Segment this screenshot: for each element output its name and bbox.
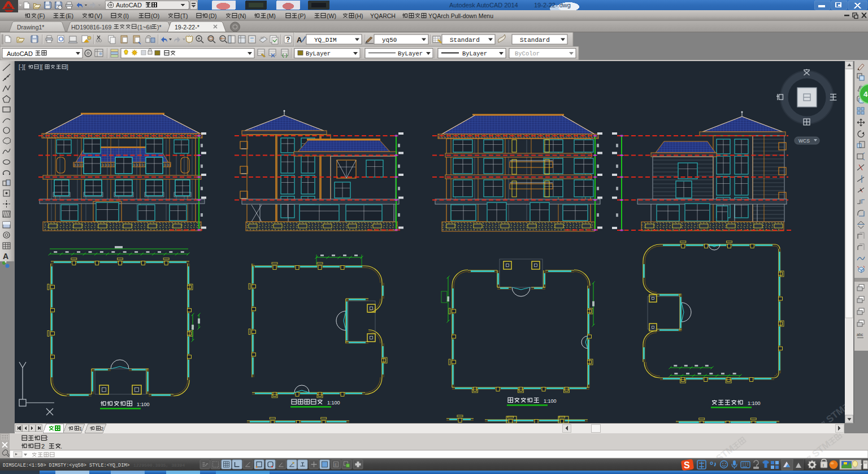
svg-text:2: 2: [41, 443, 45, 450]
svg-text:AutoCAD: AutoCAD: [7, 50, 33, 57]
svg-text:(P): (P): [298, 12, 306, 19]
svg-text:ByLayer: ByLayer: [306, 50, 331, 57]
svg-text:1: 1: [79, 425, 82, 432]
svg-text:yq50: yq50: [382, 37, 397, 44]
svg-text:YQARCH: YQARCH: [370, 12, 396, 19]
svg-text:ByLayer: ByLayer: [462, 50, 487, 57]
svg-text:A: A: [3, 252, 8, 261]
svg-text:1:100: 1:100: [327, 400, 340, 406]
svg-text:Autodesk AutoCAD 2014: Autodesk AutoCAD 2014: [449, 2, 518, 8]
svg-text:(D): (D): [209, 12, 217, 19]
svg-text:Standard: Standard: [520, 37, 550, 44]
svg-text:ByLayer: ByLayer: [398, 50, 423, 57]
svg-text:1:100: 1:100: [544, 398, 557, 404]
svg-text:YQArch Pull-down Menu: YQArch Pull-down Menu: [428, 12, 493, 19]
svg-text:A: A: [297, 36, 302, 44]
svg-text:][: ][: [40, 64, 43, 70]
svg-text:DIMSCALE:<1:50> DIMSTY:<yq50>: DIMSCALE:<1:50> DIMSTY:<yq50> STYLE:<YQ_…: [3, 463, 129, 468]
svg-text:(I): (I): [123, 12, 129, 19]
svg-text:)*: )*: [157, 24, 162, 31]
svg-text:(W): (W): [327, 12, 336, 19]
svg-text:?: ?: [286, 36, 290, 44]
svg-text:HD190816-169: HD190816-169: [71, 24, 111, 31]
svg-text:STM: STM: [714, 443, 736, 458]
svg-text:19-2-22-.dwg: 19-2-22-.dwg: [534, 2, 571, 8]
svg-text:(F): (F): [37, 12, 45, 19]
svg-text:(N): (N): [238, 12, 246, 19]
svg-text:(E): (E): [66, 12, 73, 19]
svg-text:E: E: [335, 463, 337, 467]
svg-text:46: 46: [863, 90, 868, 98]
svg-text:i: i: [823, 463, 824, 468]
svg-text:1:100: 1:100: [137, 402, 150, 407]
svg-text:]: ]: [67, 64, 68, 70]
svg-text:.: .: [60, 443, 62, 450]
svg-text:Drawing1*: Drawing1*: [17, 24, 44, 31]
svg-text:YQ_DIM: YQ_DIM: [314, 37, 337, 44]
svg-text:(H): (H): [355, 12, 363, 19]
svg-text:WCS: WCS: [798, 138, 810, 144]
svg-text:(M): (M): [267, 12, 276, 19]
svg-text:(T): (T): [180, 12, 188, 19]
svg-text:1:100: 1:100: [748, 400, 761, 406]
svg-text:STM: STM: [810, 438, 832, 458]
svg-text:1229500.3935, 38394: 1229500.3935, 38394: [133, 463, 185, 468]
svg-text:S: S: [684, 460, 690, 470]
svg-text:AutoCAD: AutoCAD: [116, 2, 142, 8]
svg-text:(1~6#: (1~6#: [137, 24, 153, 31]
svg-text:abc: abc: [857, 333, 863, 337]
svg-text:ByColor: ByColor: [515, 50, 540, 57]
svg-text:Standard: Standard: [450, 37, 480, 44]
svg-text::: :: [46, 434, 48, 441]
svg-text:(O): (O): [151, 12, 159, 19]
svg-text:19-2-22-*: 19-2-22-*: [175, 24, 199, 31]
svg-text:[-][: [-][: [19, 64, 25, 70]
svg-text:(V): (V): [94, 12, 102, 19]
svg-text:2: 2: [101, 425, 103, 432]
